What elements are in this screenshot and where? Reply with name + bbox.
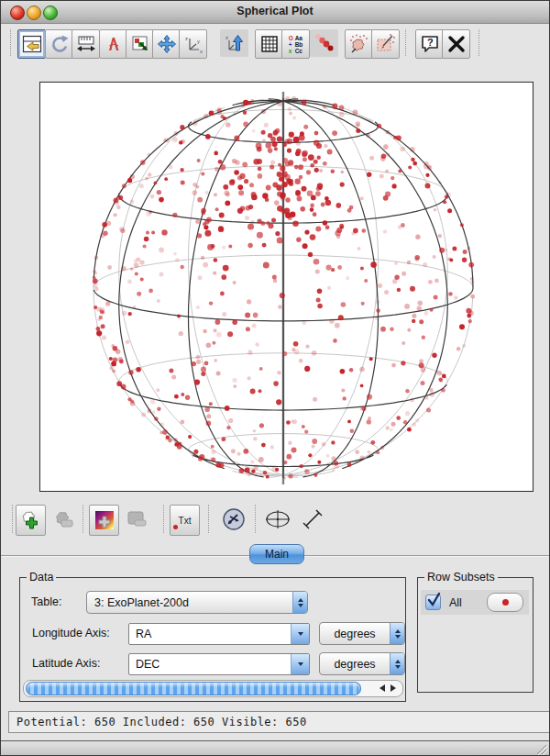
latitude-unit-select[interactable]: degrees <box>319 652 405 675</box>
blob-subset-icon <box>347 32 371 56</box>
axes-up-arrow-icon: z <box>224 32 246 54</box>
grid-button[interactable] <box>255 29 283 59</box>
red-markers-icon <box>313 31 336 55</box>
text-labels-button[interactable]: Txt <box>170 505 200 536</box>
zoom-scrollbar-thumb[interactable] <box>26 682 361 695</box>
rotate-globe-icon <box>220 506 248 533</box>
tab-main[interactable]: Main <box>249 544 304 564</box>
longitude-axis-select[interactable]: RA <box>128 623 310 645</box>
draw-subset-icon <box>374 32 398 56</box>
resize-button[interactable] <box>72 29 100 59</box>
split-panel-button[interactable] <box>17 29 46 59</box>
resize-grip[interactable] <box>534 742 547 756</box>
toolbar-separator <box>163 505 164 533</box>
remove-aux-axis-button[interactable] <box>122 505 150 534</box>
svg-text:x: x <box>200 49 203 54</box>
markers-button[interactable] <box>310 29 338 57</box>
longitude-dropdown-arrow[interactable] <box>291 624 309 644</box>
toolbar-separator <box>208 505 209 533</box>
scroll-right-arrow[interactable] <box>390 684 396 692</box>
replot-button[interactable] <box>45 29 73 59</box>
draw-subset-button[interactable] <box>371 29 400 59</box>
text-label-icon: Txt <box>179 516 192 526</box>
table-label: Table: <box>31 595 61 608</box>
data-panel: Data Table: 3: ExoPlanet-200d Longitude … <box>19 577 406 702</box>
subset-marker-style-button[interactable] <box>487 593 523 612</box>
close-button[interactable] <box>442 29 470 59</box>
latitude-dropdown-arrow[interactable] <box>291 654 309 674</box>
latitude-axis-select[interactable]: DEC <box>128 653 310 675</box>
latitude-unit-stepper[interactable] <box>390 653 404 674</box>
export-image-button[interactable] <box>126 29 154 59</box>
longitude-axis-label: Longitude Axis: <box>32 627 110 639</box>
subset-all-checkbox[interactable] <box>425 595 441 610</box>
toolbar-separator <box>82 505 83 533</box>
image-icon <box>130 34 150 54</box>
status-bar: Potential: 650 Included: 650 Visible: 65… <box>8 711 550 733</box>
svg-text:z: z <box>185 36 188 41</box>
help-button[interactable]: ? <box>415 29 444 59</box>
spherical-plot-window: Spherical Plot zyx <box>0 0 550 756</box>
aux-gradient-icon <box>95 511 114 529</box>
add-blob-subset-button[interactable] <box>16 505 46 536</box>
toolbar-separator <box>478 29 479 56</box>
add-blob-icon <box>18 507 44 533</box>
recentre-button[interactable] <box>152 29 181 59</box>
rotate-sphere-button[interactable] <box>219 505 248 534</box>
resize-ruler-icon <box>76 34 96 54</box>
toolbar-separator <box>10 29 11 56</box>
subset-marker-swatch <box>502 599 509 606</box>
table-select[interactable]: 3: ExoPlanet-200d <box>86 591 308 614</box>
window-title: Spherical Plot <box>1 5 549 17</box>
gray-square-icon <box>124 506 149 532</box>
sphere-wireframe <box>40 83 533 491</box>
crosshair-ellipse-icon <box>263 506 292 533</box>
stack-axes-button[interactable]: z <box>220 29 248 57</box>
toolbar-separator <box>405 29 406 56</box>
legend-button[interactable]: OAa +Bb xCc <box>281 29 310 59</box>
svg-text:y: y <box>197 39 200 44</box>
longitude-unit-stepper[interactable] <box>390 623 404 644</box>
window-bottom-strip <box>1 741 549 755</box>
table-select-stepper[interactable] <box>292 592 307 613</box>
row-subsets-panel: Row Subsets All <box>417 577 534 693</box>
title-bar[interactable]: Spherical Plot <box>1 1 549 24</box>
svg-text:z: z <box>226 35 228 40</box>
subset-row-all[interactable]: All <box>421 590 529 615</box>
scroll-left-arrow[interactable] <box>380 684 385 692</box>
svg-text:?: ? <box>427 37 434 48</box>
close-icon <box>446 33 468 55</box>
longitude-unit-select[interactable]: degrees <box>319 622 405 645</box>
toolbar-separator <box>12 505 13 533</box>
split-panel-icon <box>22 35 42 53</box>
move-arrows-icon <box>157 34 177 54</box>
grid-icon <box>259 34 280 54</box>
subset-all-label: All <box>449 596 487 609</box>
help-icon: ? <box>419 33 441 55</box>
stick-icon <box>299 506 326 533</box>
axes-zyx-icon: zyx <box>183 34 204 54</box>
row-subsets-legend: Row Subsets <box>424 571 498 584</box>
stick-marker-button[interactable] <box>298 505 326 534</box>
latitude-axis-label: Latitude Axis: <box>32 657 100 670</box>
status-text: Potential: 650 Included: 650 Visible: 65… <box>16 716 307 728</box>
gray-blob-icon <box>50 506 76 532</box>
add-aux-axis-button[interactable] <box>89 505 119 536</box>
subtract-blob-subset-button[interactable] <box>49 505 77 534</box>
zoom-scrollbar[interactable] <box>23 680 403 697</box>
data-panel-legend: Data <box>27 571 56 584</box>
blob-subset-button[interactable] <box>345 29 373 59</box>
toolbar-separator <box>255 505 256 533</box>
replot-icon <box>50 34 70 54</box>
reticle-button[interactable] <box>263 505 292 534</box>
axes-button[interactable]: zyx <box>179 29 207 59</box>
legend-icon: OAa +Bb xCc <box>289 35 303 54</box>
pdf-icon <box>104 34 124 54</box>
spherical-plot-canvas[interactable] <box>39 82 534 492</box>
export-pdf-button[interactable] <box>99 29 127 59</box>
